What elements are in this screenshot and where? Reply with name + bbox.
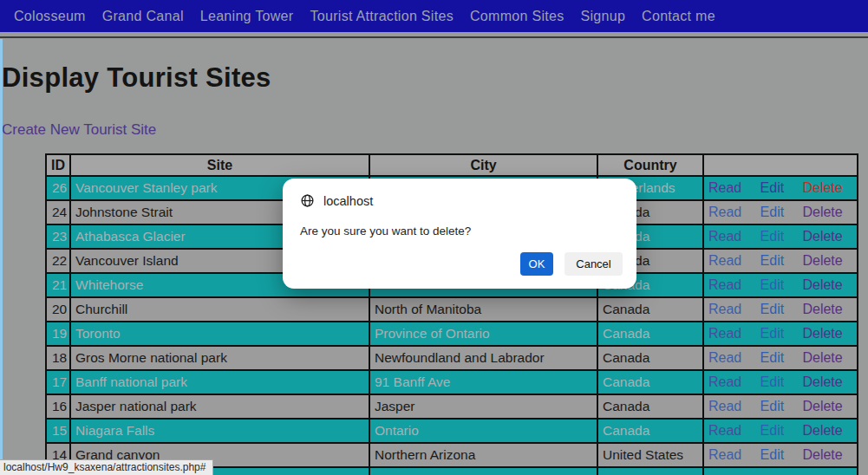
cell-country: Canada [597,419,703,443]
edit-link[interactable]: Edit [760,399,785,413]
read-link[interactable]: Read [708,302,741,316]
read-link[interactable]: Read [708,423,741,438]
cell-actions: Read Edit Delete [703,297,858,322]
confirm-dialog: localhost Are you sure you want to delet… [283,179,636,289]
dialog-message: Are you sure you want to delete? [283,208,636,238]
header-city: City [369,154,597,176]
cell-actions: Read Edit Delete [703,249,858,273]
delete-link[interactable]: Delete [802,374,842,389]
read-link[interactable]: Read [708,350,741,365]
delete-link[interactable]: Delete [802,180,842,195]
header-site: Site [70,154,369,176]
edit-link[interactable]: Edit [760,447,785,462]
ok-button[interactable]: OK [520,252,553,276]
cell-site: Niagara Falls [70,419,369,443]
read-link[interactable]: Read [708,447,741,462]
dialog-origin: localhost [323,194,373,208]
globe-icon [300,193,315,208]
nav-item-leaning-tower[interactable]: Leaning Tower [200,9,294,24]
cell-country: United States [597,443,703,467]
cell-actions: Read Edit Delete [703,224,858,249]
edit-link[interactable]: Edit [760,229,785,244]
edit-link[interactable]: Edit [760,423,785,438]
header-country: Country [597,154,703,176]
nav-item-grand-canal[interactable]: Grand Canal [102,9,184,24]
left-edge-highlight [0,39,3,475]
table-row: 15 Niagara Falls Ontario Canada Read Edi… [46,419,858,443]
edit-link[interactable]: Edit [760,302,785,316]
cell-id: 19 [46,322,70,346]
status-bar-url: localhost/Hw9_ksaxena/attractionsites.ph… [0,459,213,475]
cell-city: North of Manitoba [369,297,597,322]
edit-link[interactable]: Edit [760,374,785,389]
edit-link[interactable]: Edit [760,180,785,195]
cancel-button[interactable]: Cancel [565,252,623,276]
cell-id: 16 [46,394,70,419]
nav-item-colosseum[interactable]: Colosseum [14,9,86,24]
nav-item-tourist-attraction-sites[interactable]: Tourist Attraction Sites [310,9,454,24]
cell-city: 91 Banff Ave [369,370,597,394]
page-title: Display Tourist Sites [2,62,271,94]
delete-link[interactable]: Delete [802,350,842,365]
read-link[interactable]: Read [708,253,741,268]
cell-id: 24 [46,200,70,224]
cell-actions: Read Edit Delete [703,322,858,346]
cell-site: Churchill [70,297,369,322]
nav-item-common-sites[interactable]: Common Sites [470,9,565,24]
cell-city: Province of Ontario [369,322,597,346]
header-id: ID [46,154,70,176]
nav-item-contact-me[interactable]: Contact me [642,9,715,24]
read-link[interactable]: Read [708,277,741,292]
nav-item-signup[interactable]: Signup [580,9,625,24]
read-link[interactable]: Read [708,374,741,389]
delete-link[interactable]: Delete [802,447,842,462]
dialog-buttons: OK Cancel [520,252,623,276]
cell-actions [703,467,858,475]
cell-city: Jasper [369,394,597,419]
cell-country: Canada [597,346,703,370]
dialog-header: localhost [283,179,636,208]
table-row: 18 Gros Morne national park Newfoundland… [46,346,858,370]
edit-link[interactable]: Edit [760,253,785,268]
delete-link[interactable]: Delete [802,423,842,438]
read-link[interactable]: Read [708,205,741,219]
cell-actions: Read Edit Delete [703,370,858,394]
create-new-tourist-site-link[interactable]: Create New Tourist Site [2,121,156,139]
cell-actions: Read Edit Delete [703,394,858,419]
edit-link[interactable]: Edit [760,350,785,365]
cell-city [369,467,597,475]
cell-id: 22 [46,249,70,273]
read-link[interactable]: Read [708,180,741,195]
table-row: 17 Banff national park 91 Banff Ave Cana… [46,370,858,394]
edit-link[interactable]: Edit [760,326,785,341]
delete-link[interactable]: Delete [802,326,842,341]
delete-link[interactable]: Delete [802,399,842,413]
delete-link[interactable]: Delete [802,253,842,268]
cell-site: Toronto [70,322,369,346]
delete-link[interactable]: Delete [802,229,842,244]
cell-id: 17 [46,370,70,394]
cell-actions: Read Edit Delete [703,200,858,224]
cell-country: Canada [597,394,703,419]
edit-link[interactable]: Edit [760,205,785,219]
cell-site: Jasper national park [70,394,369,419]
cell-actions: Read Edit Delete [703,443,858,467]
cell-country: Canada [597,297,703,322]
cell-id: 15 [46,419,70,443]
read-link[interactable]: Read [708,229,741,244]
edit-link[interactable]: Edit [760,277,785,292]
cell-country: Canada [597,370,703,394]
cell-country [597,467,703,475]
cell-actions: Read Edit Delete [703,176,858,200]
table-row: 20 Churchill North of Manitoba Canada Re… [46,297,858,322]
delete-link[interactable]: Delete [802,205,842,219]
horizontal-rule [0,36,868,38]
table-row: 16 Jasper national park Jasper Canada Re… [46,394,858,419]
delete-link[interactable]: Delete [802,277,842,292]
read-link[interactable]: Read [708,399,741,413]
cell-site: Banff national park [70,370,369,394]
cell-id: 26 [46,176,70,200]
read-link[interactable]: Read [708,326,741,341]
delete-link[interactable]: Delete [802,302,842,316]
header-actions [703,154,858,176]
